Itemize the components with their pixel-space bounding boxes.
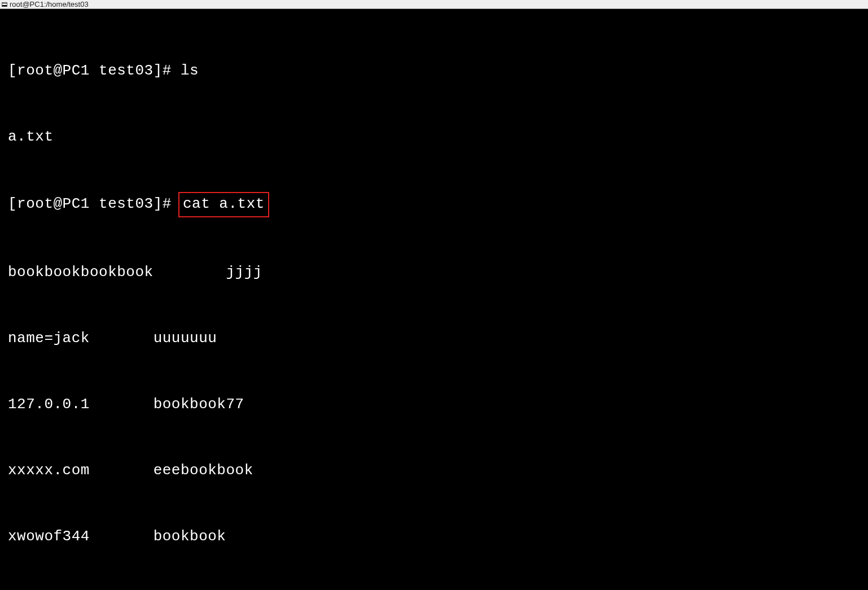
terminal-output: a.txt	[8, 126, 862, 148]
terminal-area[interactable]: [root@PC1 test03]# ls a.txt [root@PC1 te…	[0, 9, 868, 590]
command-cat-highlight: cat a.txt	[178, 192, 269, 217]
terminal-output: name=jack uuuuuuu	[8, 327, 862, 349]
title-bar-text: root@PC1:/home/test03	[10, 0, 89, 10]
title-bar: root@PC1:/home/test03	[0, 0, 868, 9]
command-ls: ls	[181, 62, 199, 79]
terminal-line: [root@PC1 test03]# ls	[8, 60, 862, 82]
prompt: [root@PC1 test03]#	[8, 195, 181, 212]
terminal-icon	[2, 2, 7, 7]
terminal-output: xwowof344 bookbook	[8, 526, 862, 548]
terminal-output: xxxxx.com eeebookbook	[8, 460, 862, 482]
prompt: [root@PC1 test03]#	[8, 62, 181, 79]
terminal-output: bookbookbookbook jjjj	[8, 261, 862, 283]
terminal-line: [root@PC1 test03]# cat a.txt	[8, 192, 862, 217]
terminal-output: 127.0.0.1 bookbook77	[8, 394, 862, 416]
